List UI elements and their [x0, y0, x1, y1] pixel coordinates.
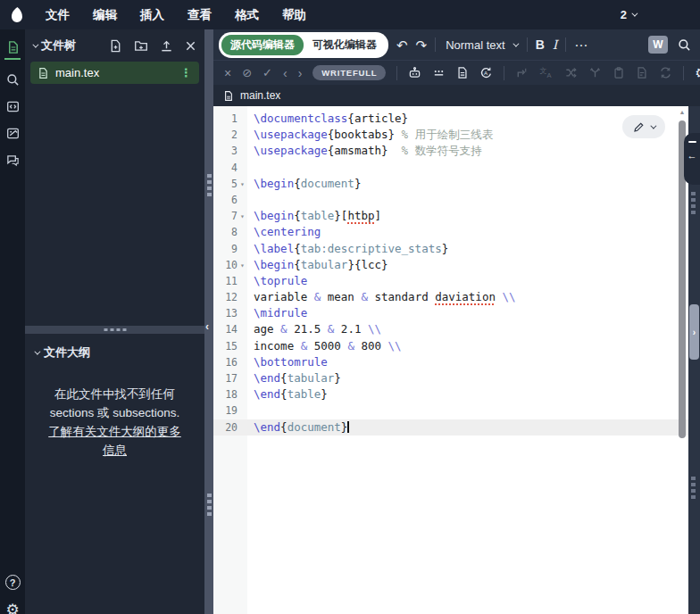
- code-line[interactable]: 3\usepackage{amsmath} % 数学符号支持: [213, 143, 688, 159]
- rail-review-button[interactable]: [6, 154, 20, 167]
- code-line[interactable]: 18\end{table}: [213, 386, 688, 402]
- panel-divider[interactable]: [25, 326, 204, 334]
- previous-suggestion-button[interactable]: ‹: [283, 67, 288, 79]
- undo-button[interactable]: ↶: [396, 38, 408, 52]
- drag-handle-icon: [207, 494, 212, 516]
- chevron-down-icon[interactable]: [32, 41, 38, 47]
- code-line[interactable]: 2\usepackage{booktabs} % 用于绘制三线表: [213, 127, 688, 143]
- split-sentence-button[interactable]: [588, 66, 602, 79]
- ai-assistant-button[interactable]: [408, 66, 421, 79]
- abstract-generator-button[interactable]: [636, 66, 648, 79]
- code-line[interactable]: 15income & 5000 & 800 \\: [213, 338, 688, 354]
- code-line[interactable]: 16\bottomrule: [213, 354, 688, 370]
- file-tree-empty-area[interactable]: [25, 86, 204, 326]
- document-check-button[interactable]: [456, 66, 469, 79]
- editor-toolbar: 源代码编辑器 可视化编辑器 ↶ ↷ Normal text B I ⋯ W: [213, 29, 700, 60]
- text-cursor: [347, 421, 348, 433]
- editor-scrollbar[interactable]: ▲: [678, 108, 687, 612]
- visual-editor-toggle[interactable]: 可视化编辑器: [304, 35, 386, 55]
- translate-button[interactable]: 文A: [539, 66, 554, 79]
- file-menu-button[interactable]: ⋮: [180, 66, 192, 79]
- bold-button[interactable]: B: [536, 37, 545, 52]
- restore-pdf-view-button[interactable]: ›: [689, 304, 699, 360]
- menu-view[interactable]: 查看: [176, 0, 223, 29]
- arrow-left-icon: ←: [688, 151, 697, 161]
- code-line[interactable]: 4: [213, 160, 688, 176]
- panel-resizer[interactable]: ‹: [204, 29, 213, 614]
- top-menubar: 文件 编辑 插入 查看 格式 帮助 2: [0, 0, 700, 29]
- code-line[interactable]: 8\centering: [213, 224, 688, 240]
- document-icon: [636, 66, 648, 79]
- rail-search-button[interactable]: [6, 73, 20, 87]
- search-icon[interactable]: [678, 38, 691, 52]
- revision-history-button[interactable]: A: [479, 66, 493, 79]
- editor-switch-pill[interactable]: [622, 115, 665, 138]
- settings-button[interactable]: ⚙: [5, 601, 19, 614]
- paraphrase-button[interactable]: [564, 66, 578, 79]
- menu-file[interactable]: 文件: [34, 0, 81, 29]
- menu-help[interactable]: 帮助: [271, 0, 318, 29]
- fold-toggle-icon[interactable]: ▾: [238, 176, 247, 192]
- menu-insert[interactable]: 插入: [129, 0, 176, 29]
- editor-mode-toggle: 源代码编辑器 可视化编辑器: [219, 32, 388, 58]
- close-panel-button[interactable]: [185, 40, 196, 52]
- active-indicator: [4, 58, 21, 60]
- layout-switcher-button[interactable]: 2: [621, 8, 636, 21]
- redo-button[interactable]: ↷: [416, 38, 428, 52]
- accept-suggestion-button[interactable]: ✓: [262, 67, 272, 79]
- reject-suggestion-button[interactable]: ×: [224, 67, 231, 79]
- code-editor[interactable]: 1\documentclass{article}2\usepackage{boo…: [213, 106, 688, 614]
- code-line[interactable]: 14age & 21.5 & 2.1 \\: [213, 321, 688, 337]
- paragraph-style-dropdown[interactable]: Normal text: [444, 38, 518, 52]
- file-tree-header: 文件树: [25, 29, 204, 60]
- open-pdf-panel-button[interactable]: ←: [684, 133, 700, 185]
- dismiss-button[interactable]: ⊘: [242, 67, 252, 79]
- file-tree-actions: [109, 39, 196, 53]
- code-line[interactable]: 6: [213, 192, 688, 208]
- menu-edit[interactable]: 编辑: [81, 0, 129, 29]
- next-suggestion-button[interactable]: ›: [298, 67, 303, 79]
- fold-toggle-icon[interactable]: ▾: [238, 208, 247, 224]
- code-line[interactable]: 9\label{tab:descriptive_stats}: [213, 241, 688, 257]
- code-line[interactable]: 20\end{document}: [213, 419, 688, 436]
- file-tree-item-main-tex[interactable]: main.tex ⋮: [30, 62, 199, 84]
- code-line[interactable]: 10▾\begin{tabular}{lcc}: [213, 257, 688, 273]
- chevron-down-icon: [650, 122, 656, 129]
- code-line[interactable]: 19: [213, 402, 688, 419]
- outline-empty-message: 在此文件中找不到任何 sections 或 subsections. 了解有关文…: [25, 386, 204, 460]
- more-tools-button[interactable]: ⋯: [574, 38, 588, 52]
- clipboard-icon: [612, 66, 625, 79]
- code-line[interactable]: 13\midrule: [213, 305, 688, 321]
- fold-toggle-icon[interactable]: ▾: [238, 257, 247, 273]
- tab-main-tex[interactable]: main.tex: [240, 89, 280, 102]
- upload-button[interactable]: [160, 39, 173, 53]
- chevron-down-icon[interactable]: [34, 348, 40, 354]
- source-editor-toggle[interactable]: 源代码编辑器: [221, 35, 304, 55]
- new-folder-button[interactable]: [134, 39, 148, 53]
- italic-button[interactable]: I: [553, 37, 558, 52]
- writefull-button[interactable]: W: [648, 36, 668, 54]
- code-line[interactable]: 12variable & mean & standard daviation \…: [213, 289, 688, 305]
- code-line[interactable]: 11\toprule: [213, 273, 688, 289]
- clipboard-button[interactable]: [612, 66, 625, 79]
- code-line[interactable]: 5▾\begin{document}: [213, 176, 688, 192]
- writefull-settings-button[interactable]: ⚙: [695, 66, 700, 79]
- overleaf-logo-icon[interactable]: [9, 6, 25, 24]
- rail-file-tree-button[interactable]: [4, 40, 21, 60]
- rewrite-button[interactable]: [515, 66, 529, 79]
- suggestions-menu-button[interactable]: [432, 66, 446, 79]
- code-line[interactable]: 1\documentclass{article}: [213, 111, 688, 127]
- rail-media-button[interactable]: [6, 127, 20, 140]
- collapse-panel-icon[interactable]: ‹: [205, 320, 209, 333]
- help-button[interactable]: ?: [5, 575, 21, 590]
- scroll-up-icon[interactable]: ▲: [678, 108, 687, 117]
- gear-icon: ⚙: [5, 602, 19, 614]
- robot-icon: [408, 66, 421, 79]
- menu-format[interactable]: 格式: [223, 0, 271, 29]
- sync-check-button[interactable]: [659, 66, 672, 79]
- outline-learn-more-link[interactable]: 了解有关文件大纲的更多信息: [48, 425, 181, 457]
- rail-integrations-button[interactable]: [6, 100, 20, 113]
- code-line[interactable]: 7▾\begin{table}[htbp]: [213, 208, 688, 224]
- new-file-button[interactable]: [109, 39, 122, 53]
- code-line[interactable]: 17\end{tabular}: [213, 370, 688, 386]
